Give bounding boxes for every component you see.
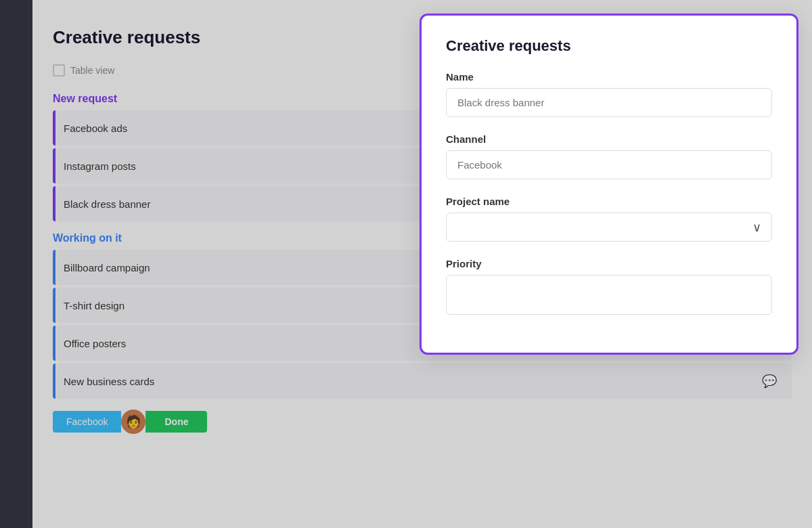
project-name-label: Project name	[446, 196, 772, 207]
sidebar	[0, 0, 32, 528]
main-content: Creative requests Table view New request…	[32, 0, 812, 528]
priority-label: Priority	[446, 258, 772, 269]
name-field-group: Name	[446, 71, 772, 117]
name-input[interactable]	[446, 88, 772, 117]
priority-field-group: Priority	[446, 258, 772, 315]
priority-input[interactable]	[446, 275, 772, 315]
project-name-select-wrapper	[446, 213, 772, 242]
project-name-field-group: Project name	[446, 196, 772, 242]
modal-title: Creative requests	[446, 37, 772, 55]
modal-overlay: Creative requests Name Channel Project n…	[32, 0, 812, 528]
modal-panel: Creative requests Name Channel Project n…	[420, 14, 798, 355]
channel-input[interactable]	[446, 150, 772, 179]
channel-label: Channel	[446, 133, 772, 145]
name-label: Name	[446, 71, 772, 83]
project-name-select[interactable]	[446, 213, 772, 242]
channel-field-group: Channel	[446, 133, 772, 179]
